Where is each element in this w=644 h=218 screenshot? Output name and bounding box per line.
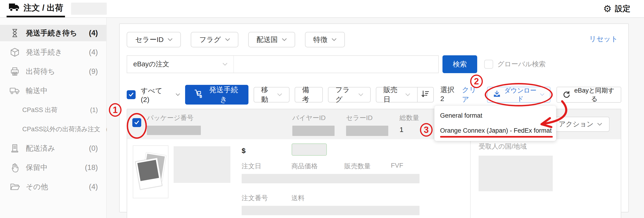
hourglass-icon (10, 28, 20, 38)
column-package-number: パッケージ番号 (147, 113, 292, 139)
sidebar-item-shipping-procedure[interactable]: 発送手続き (4) (0, 44, 106, 60)
order-shipment-page: 注文 / 出荷 ⚙ 設定 発送手続き待ち (4) 発送手続き (4) (0, 0, 644, 218)
total-qty-value: 1 (400, 126, 430, 134)
settings-button[interactable]: ⚙ 設定 (603, 0, 630, 17)
column-seller-id: セラーID (346, 113, 400, 139)
recipient-address-redacted (478, 156, 553, 191)
page-title: 注文 / 出荷 (24, 2, 63, 13)
sidebar-item-on-hold[interactable]: 保留中 (18) (0, 159, 106, 176)
sidebar-item-in-transit[interactable]: 輸送中 (0, 82, 106, 99)
tab-orders-shipments[interactable]: 注文 / 出荷 (6, 0, 65, 17)
main-area: セラーID フラグ 配送国 特徴 リセット (107, 18, 644, 218)
chevron-down-icon (406, 93, 410, 96)
hand-icon (10, 163, 20, 173)
package-number-redacted (147, 126, 201, 135)
sidebar-item-count: (0) (89, 144, 98, 153)
sort-descending-button[interactable] (418, 87, 434, 102)
selection-info: 選択 2 クリア (440, 85, 482, 104)
action-button[interactable]: アクション (551, 117, 610, 132)
selected-count-label: 選択 2 (440, 85, 459, 104)
annotation-underline-3 (440, 136, 553, 138)
filter-label: フラグ (199, 35, 221, 44)
printer-icon (10, 66, 20, 77)
note-label: 備考 (302, 85, 315, 104)
sidebar: 発送手続き待ち (4) 発送手続き (4) 出荷待ち (9) (0, 18, 107, 218)
receipt-icon (10, 143, 20, 154)
sidebar-item-cpass-shipments[interactable]: CPaSS 出荷 (1) (0, 102, 106, 118)
menu-item-label: Orange Connex (Japan) - FedEx format (440, 127, 552, 134)
sidebar-item-awaiting-shipment[interactable]: 出荷待ち (9) (0, 63, 106, 80)
filter-label: セラーID (135, 35, 164, 44)
sidebar-item-label: 発送手続き (26, 47, 62, 57)
shipping-fee-label: 送料 (292, 194, 304, 203)
chevron-down-icon (597, 123, 602, 126)
filter-seller-id[interactable]: セラーID (127, 32, 181, 47)
note-button[interactable]: 備考 (295, 87, 323, 102)
menu-item-general-format[interactable]: General format (434, 109, 556, 122)
sale-date-button[interactable]: 販売日 (376, 87, 418, 102)
filter-destination-country[interactable]: 配送国 (248, 32, 295, 47)
menu-item-orange-connex-fedex[interactable]: Orange Connex (Japan) - FedEx format 3 (434, 124, 556, 137)
sync-ebay-button[interactable]: eBayと同期する (556, 87, 621, 103)
column-buyer-id: バイヤーID (292, 113, 346, 139)
sidebar-item-label: 保留中 (26, 163, 48, 173)
filter-row: セラーID フラグ 配送国 特徴 リセット (127, 32, 621, 47)
item-price-label: 商品価格 (292, 162, 344, 171)
sidebar-item-count: (4) (89, 183, 98, 191)
download-menu: General format Orange Connex (Japan) - F… (434, 105, 556, 141)
buyer-id-label: バイヤーID (292, 113, 346, 122)
sidebar-item-count: (4) (89, 48, 98, 56)
sort-descending-icon (421, 90, 430, 100)
select-all-label[interactable]: すべて (2) (141, 86, 170, 104)
filter-feature[interactable]: 特徴 (305, 32, 345, 47)
download-button[interactable]: ダウンロード (487, 87, 550, 103)
order-row: $ 注文日 商品価格 販売数量 FVF 注文番号 送料 (127, 139, 621, 218)
sidebar-item-non-cpass-shipped-orders[interactable]: CPaSS以外の出荷済み注文 (0) (0, 121, 106, 137)
order-date-label: 注文日 (242, 162, 292, 171)
search-category-select[interactable]: eBayの注文 (127, 56, 234, 73)
order-number-label: 注文番号 (242, 194, 292, 203)
sidebar-item-others[interactable]: その他 (4) (0, 179, 106, 195)
sidebar-item-awaiting-shipping-procedure[interactable]: 発送手続き待ち (4) (0, 25, 106, 41)
filter-flag[interactable]: フラグ (191, 32, 238, 47)
global-search-checkbox[interactable] (484, 60, 493, 69)
price-field-redacted[interactable] (292, 143, 327, 156)
clear-selection-link[interactable]: クリア (462, 85, 482, 104)
package-box-icon (10, 47, 20, 57)
tab-redacted[interactable] (71, 2, 107, 15)
ship-procedure-button[interactable]: 発送手続き (185, 85, 248, 105)
sidebar-item-label: CPaSS 出荷 (22, 106, 58, 114)
detail-labels-row-2: 注文番号 送料 (242, 194, 420, 203)
detail-values-redacted-2 (242, 206, 420, 215)
detail-values-redacted-1 (242, 174, 420, 183)
item-image-placeholder[interactable] (133, 145, 168, 198)
global-search-toggle[interactable]: グローバル検索 (484, 59, 546, 69)
flag-button[interactable]: フラグ (328, 87, 371, 102)
seller-id-label: セラーID (346, 113, 400, 122)
search-row: eBayの注文 検索 グローバル検索 (127, 55, 621, 73)
sidebar-item-label: 出荷待ち (26, 67, 55, 76)
download-label: ダウンロード (504, 86, 537, 103)
sidebar-item-count: (4) (89, 29, 98, 37)
row-checkbox[interactable] (132, 118, 141, 127)
item-title-redacted (174, 146, 230, 183)
truck-outline-icon (10, 86, 20, 96)
reset-link[interactable]: リセット (589, 34, 618, 44)
sidebar-item-label: その他 (26, 182, 48, 192)
filter-label: 配送国 (257, 35, 278, 44)
move-button[interactable]: 移動 (254, 87, 290, 102)
ship-procedure-label: 発送手続き (207, 85, 240, 105)
global-search-label: グローバル検索 (497, 59, 546, 69)
sidebar-item-delivered[interactable]: 配送済み (0) (0, 140, 106, 157)
row-checkbox-wrapper: 1 (132, 118, 141, 127)
search-category-value: eBayの注文 (133, 59, 170, 69)
sidebar-item-label: 発送手続き待ち (26, 28, 77, 38)
search-input[interactable] (234, 56, 438, 73)
sidebar-item-count: (9) (89, 67, 98, 76)
chevron-down-icon[interactable] (176, 93, 180, 96)
search-button[interactable]: 検索 (442, 55, 477, 73)
seller-id-redacted (346, 126, 388, 136)
select-all-checkbox[interactable] (127, 90, 136, 99)
order-details: $ 注文日 商品価格 販売数量 FVF 注文番号 送料 (242, 145, 420, 215)
sale-date-label: 販売日 (383, 85, 402, 104)
